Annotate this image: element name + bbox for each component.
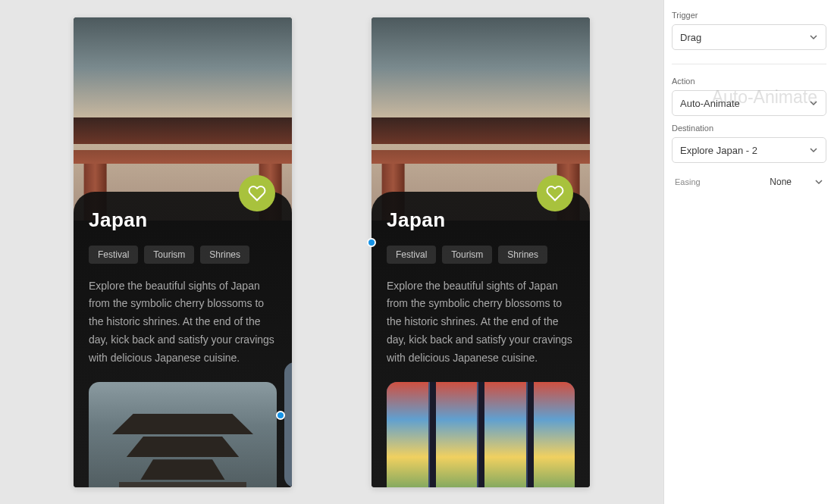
trigger-select[interactable]: Drag xyxy=(672,24,826,50)
wire-start-node[interactable] xyxy=(276,411,285,420)
action-value: Auto-Animate xyxy=(680,98,740,109)
destination-label: Destination xyxy=(672,124,826,133)
tag-tourism[interactable]: Tourism xyxy=(442,246,492,264)
tag-shrines[interactable]: Shrines xyxy=(200,246,249,264)
carousel-next-peek[interactable] xyxy=(284,362,292,487)
heart-icon xyxy=(546,184,564,202)
chevron-down-icon xyxy=(809,99,818,108)
card-title: Japan xyxy=(89,208,277,232)
card-title: Japan xyxy=(387,208,575,232)
wire-end-node[interactable] xyxy=(367,238,376,247)
card-body-text: Explore the beautiful sights of Japan fr… xyxy=(89,277,277,368)
tag-shrines[interactable]: Shrines xyxy=(498,246,547,264)
action-select[interactable]: Auto-Animate xyxy=(672,90,826,116)
artboard-1[interactable]: Japan Festival Tourism Shrines Explore t… xyxy=(74,17,292,487)
chevron-down-icon xyxy=(809,33,818,42)
tag-list: Festival Tourism Shrines xyxy=(89,246,277,264)
destination-select[interactable]: Explore Japan - 2 xyxy=(672,137,826,163)
carousel-image-anime[interactable] xyxy=(387,382,575,487)
chevron-down-icon xyxy=(814,177,823,186)
easing-value: None xyxy=(770,177,792,187)
inspector-panel: Auto-Animate Trigger Drag Action Auto-An… xyxy=(663,0,834,504)
heart-icon xyxy=(248,184,266,202)
favorite-button[interactable] xyxy=(537,175,573,211)
easing-row: Easing None xyxy=(672,177,826,187)
trigger-value: Drag xyxy=(680,32,701,43)
carousel-image-castle[interactable] xyxy=(89,382,277,487)
chevron-down-icon xyxy=(809,146,818,155)
tag-list: Festival Tourism Shrines xyxy=(387,246,575,264)
content-card: Japan Festival Tourism Shrines Explore t… xyxy=(372,192,590,487)
artboard-2[interactable]: Japan Festival Tourism Shrines Explore t… xyxy=(372,17,590,487)
panel-divider xyxy=(672,64,826,64)
tag-tourism[interactable]: Tourism xyxy=(144,246,194,264)
easing-label: Easing xyxy=(675,177,701,186)
trigger-label: Trigger xyxy=(672,11,826,20)
tag-festival[interactable]: Festival xyxy=(387,246,436,264)
action-label: Action xyxy=(672,77,826,86)
destination-value: Explore Japan - 2 xyxy=(680,145,757,156)
favorite-button[interactable] xyxy=(239,175,275,211)
tag-festival[interactable]: Festival xyxy=(89,246,138,264)
card-body-text: Explore the beautiful sights of Japan fr… xyxy=(387,277,575,368)
prototype-canvas[interactable]: Japan Festival Tourism Shrines Explore t… xyxy=(0,0,663,504)
content-card: Japan Festival Tourism Shrines Explore t… xyxy=(74,192,292,487)
easing-select[interactable]: None xyxy=(770,177,823,187)
